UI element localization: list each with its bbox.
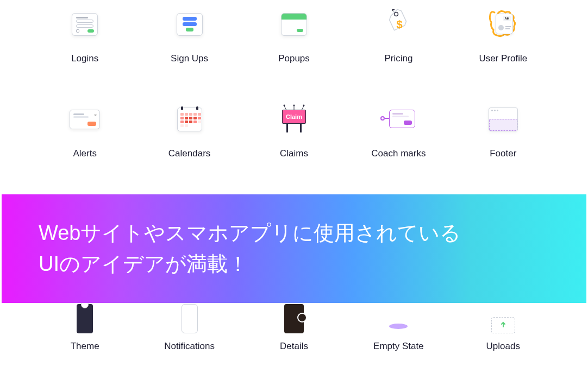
category-label: Theme xyxy=(33,341,137,352)
category-pricing[interactable]: $ Pricing xyxy=(346,5,451,76)
sign-ups-icon xyxy=(171,5,209,43)
category-label: User Profile xyxy=(479,53,527,64)
banner-line-1: Webサイトやスマホアプリに使用されている xyxy=(39,218,586,249)
category-label: Sign Ups xyxy=(171,53,208,64)
category-logins[interactable]: Logins xyxy=(33,5,137,76)
category-label: Details xyxy=(242,341,346,352)
category-popups[interactable]: Popups xyxy=(242,5,346,76)
coach-marks-icon xyxy=(379,100,417,138)
category-claims[interactable]: Claim Claims xyxy=(242,100,346,171)
svg-text:$: $ xyxy=(397,18,403,30)
category-user-profile[interactable]: AH User Profile xyxy=(451,5,555,76)
category-label: Uploads xyxy=(451,341,555,352)
category-label: Empty State xyxy=(346,341,451,352)
pricing-icon: $ xyxy=(379,5,417,43)
category-label: Popups xyxy=(278,53,310,64)
category-label: Calendars xyxy=(168,148,211,159)
user-profile-icon: AH xyxy=(484,5,522,43)
category-footer[interactable]: Footer xyxy=(451,100,555,171)
category-label: Alerts xyxy=(73,148,96,159)
category-label: Notifications xyxy=(137,341,241,352)
category-coach-marks[interactable]: Coach marks xyxy=(346,100,451,171)
category-calendars[interactable]: Calendars xyxy=(137,100,241,171)
banner-line-2: UIのアイデアが満載！ xyxy=(39,249,586,280)
footer-icon xyxy=(484,100,522,138)
category-label: Logins xyxy=(71,53,98,64)
calendars-icon xyxy=(171,100,209,138)
category-label: Footer xyxy=(490,148,516,159)
popups-icon xyxy=(275,5,313,43)
category-alerts[interactable]: × Alerts xyxy=(33,100,137,171)
category-label: Pricing xyxy=(384,53,412,64)
category-label: Claims xyxy=(280,148,308,159)
logins-icon xyxy=(66,5,104,43)
claims-icon: Claim xyxy=(275,100,313,138)
category-sign-ups[interactable]: Sign Ups xyxy=(137,5,241,76)
promo-banner: Webサイトやスマホアプリに使用されている UIのアイデアが満載！ xyxy=(2,194,586,303)
category-label: Coach marks xyxy=(371,148,426,159)
alerts-icon: × xyxy=(66,100,104,138)
